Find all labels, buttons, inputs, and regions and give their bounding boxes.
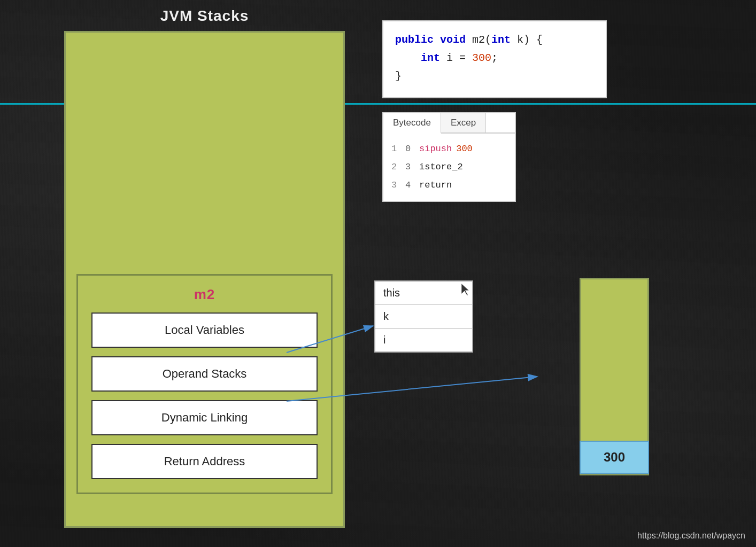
code-number-300: 300 bbox=[472, 52, 491, 64]
local-vars-popup: this k i bbox=[374, 280, 473, 353]
bc-offset-3: 3 bbox=[405, 158, 415, 176]
bc-linenum-1: 1 bbox=[391, 140, 401, 158]
bc-line-2: 2 3 istore_2 bbox=[391, 158, 507, 176]
bc-linenum-2: 2 bbox=[391, 158, 401, 176]
code-panel: public void m2(int k) { int i = 300; } bbox=[382, 20, 607, 98]
bc-operand-300: 300 bbox=[456, 140, 473, 158]
bc-line-3: 3 4 return bbox=[391, 176, 507, 194]
watermark: https://blog.csdn.net/wpaycn bbox=[637, 531, 745, 541]
tab-excep[interactable]: Excep bbox=[441, 113, 486, 132]
stack-value-300: 300 bbox=[580, 441, 649, 474]
bc-instr-return: return bbox=[419, 176, 452, 194]
bytecode-panel: Bytecode Excep 1 0 sipush 300 2 3 istore… bbox=[382, 112, 516, 202]
operand-stack-panel: 300 bbox=[580, 278, 649, 475]
code-keyword-public: public void bbox=[395, 34, 466, 46]
dynamic-linking-button[interactable]: Dynamic Linking bbox=[91, 400, 318, 435]
bytecode-content: 1 0 sipush 300 2 3 istore_2 3 4 return bbox=[383, 134, 515, 201]
bc-offset-4: 4 bbox=[405, 176, 415, 194]
bytecode-tabs: Bytecode Excep bbox=[383, 113, 515, 134]
bc-instr-sipush: sipush bbox=[419, 140, 452, 158]
code-param-k: k) { bbox=[511, 34, 543, 46]
code-type-int2: int bbox=[421, 52, 440, 64]
code-line-2: int i = 300; bbox=[395, 49, 594, 67]
code-semicolon: ; bbox=[491, 52, 498, 64]
code-type-int: int bbox=[491, 34, 511, 46]
bc-offset-0: 0 bbox=[405, 140, 415, 158]
bc-instr-istore: istore_2 bbox=[419, 158, 463, 176]
tab-bytecode[interactable]: Bytecode bbox=[383, 113, 441, 134]
jvm-stacks-container: JVM Stacks m2 Local Variables Operand St… bbox=[59, 0, 350, 547]
local-var-this: this bbox=[375, 282, 472, 305]
return-address-button[interactable]: Return Address bbox=[91, 444, 318, 479]
code-indent bbox=[395, 52, 421, 64]
local-variables-button[interactable]: Local Variables bbox=[91, 312, 318, 348]
bc-line-1: 1 0 sipush 300 bbox=[391, 140, 507, 158]
bc-linenum-3: 3 bbox=[391, 176, 401, 194]
local-var-i: i bbox=[375, 329, 472, 351]
m2-frame-title: m2 bbox=[91, 286, 318, 303]
local-var-k: k bbox=[375, 305, 472, 329]
code-method-name: m2( bbox=[472, 34, 491, 46]
code-line-1: public void m2(int k) { bbox=[395, 31, 594, 49]
m2-frame: m2 Local Variables Operand Stacks Dynami… bbox=[76, 274, 333, 494]
operand-stacks-button[interactable]: Operand Stacks bbox=[91, 356, 318, 392]
jvm-stacks-outer: m2 Local Variables Operand Stacks Dynami… bbox=[64, 31, 345, 528]
code-close-brace: } bbox=[395, 70, 402, 82]
code-var-i: i = bbox=[440, 52, 472, 64]
code-line-3: } bbox=[395, 67, 594, 85]
jvm-stacks-title: JVM Stacks bbox=[59, 0, 350, 31]
